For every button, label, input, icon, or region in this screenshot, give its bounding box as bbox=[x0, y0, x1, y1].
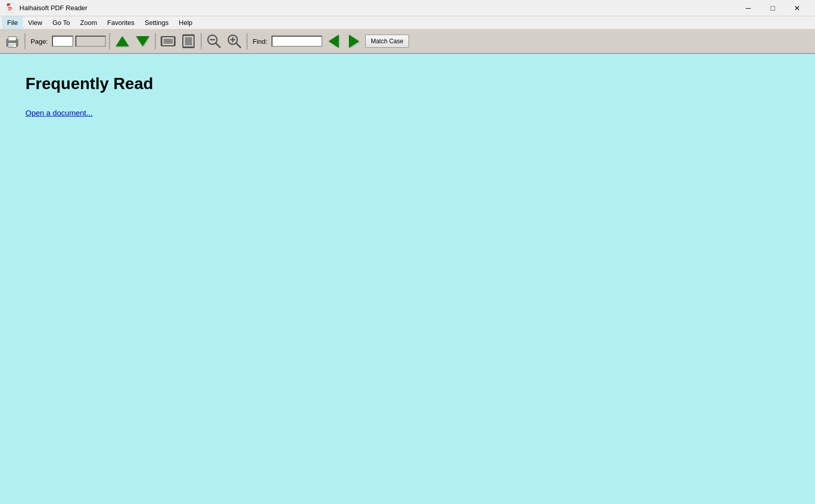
zoom-out-icon bbox=[206, 33, 222, 49]
app-title: Haihaisoft PDF Reader bbox=[19, 4, 737, 12]
nav-right-arrow-icon bbox=[349, 35, 359, 48]
svg-rect-14 bbox=[164, 39, 173, 44]
separator-3 bbox=[155, 33, 156, 49]
down-arrow-icon bbox=[136, 36, 149, 46]
fit-page-button[interactable] bbox=[179, 32, 198, 50]
page-total-input bbox=[75, 36, 106, 47]
minimize-button[interactable]: ─ bbox=[737, 0, 760, 16]
separator-5 bbox=[247, 33, 248, 49]
svg-text:PDF: PDF bbox=[8, 4, 12, 6]
print-button[interactable] bbox=[3, 32, 21, 50]
page-up-button[interactable] bbox=[113, 32, 131, 50]
page-number-input[interactable] bbox=[52, 36, 73, 47]
print-icon bbox=[4, 33, 20, 49]
app-icon: PDF bbox=[6, 3, 16, 13]
menu-goto[interactable]: Go To bbox=[47, 16, 75, 29]
page-label: Page: bbox=[31, 38, 48, 45]
menu-zoom[interactable]: Zoom bbox=[75, 16, 102, 29]
svg-rect-8 bbox=[8, 37, 16, 41]
nav-left-arrow-icon bbox=[329, 35, 339, 48]
title-bar: PDF Haihaisoft PDF Reader ─ □ ✕ bbox=[0, 0, 815, 16]
menu-help[interactable]: Help bbox=[174, 16, 198, 29]
zoom-in-icon bbox=[226, 33, 242, 49]
svg-rect-11 bbox=[9, 46, 13, 47]
menu-view[interactable]: View bbox=[23, 16, 47, 29]
frequently-read-title: Frequently Read bbox=[25, 74, 790, 93]
open-document-link[interactable]: Open a document... bbox=[25, 108, 93, 117]
separator-2 bbox=[109, 33, 110, 49]
zoom-in-button[interactable] bbox=[225, 32, 243, 50]
page-down-button[interactable] bbox=[133, 32, 152, 50]
svg-rect-2 bbox=[8, 7, 12, 8]
menu-favorites[interactable]: Favorites bbox=[102, 16, 140, 29]
svg-line-23 bbox=[216, 43, 220, 47]
maximize-button[interactable]: □ bbox=[761, 0, 784, 16]
window-controls: ─ □ ✕ bbox=[737, 0, 809, 16]
close-button[interactable]: ✕ bbox=[785, 0, 809, 16]
find-prev-button[interactable] bbox=[324, 32, 343, 50]
separator-4 bbox=[201, 33, 202, 49]
find-label: Find: bbox=[253, 38, 267, 45]
svg-rect-18 bbox=[185, 37, 192, 45]
find-input[interactable] bbox=[271, 36, 322, 47]
svg-rect-3 bbox=[8, 9, 13, 9]
find-next-button[interactable] bbox=[345, 32, 363, 50]
separator-1 bbox=[24, 33, 25, 49]
match-case-button[interactable]: Match Case bbox=[365, 35, 409, 48]
menu-bar: File View Go To Zoom Favorites Settings … bbox=[0, 16, 815, 30]
up-arrow-icon bbox=[116, 36, 129, 46]
svg-line-27 bbox=[236, 43, 240, 47]
fit-width-icon bbox=[160, 35, 176, 48]
svg-rect-10 bbox=[9, 44, 15, 45]
fit-page-icon bbox=[181, 34, 196, 49]
svg-rect-4 bbox=[8, 10, 11, 10]
main-content: Frequently Read Open a document... bbox=[0, 54, 815, 504]
zoom-out-button[interactable] bbox=[205, 32, 223, 50]
menu-file[interactable]: File bbox=[2, 16, 23, 29]
svg-point-12 bbox=[15, 41, 17, 42]
toolbar: Page: bbox=[0, 30, 815, 54]
menu-settings[interactable]: Settings bbox=[140, 16, 174, 29]
fit-width-button[interactable] bbox=[159, 32, 177, 50]
